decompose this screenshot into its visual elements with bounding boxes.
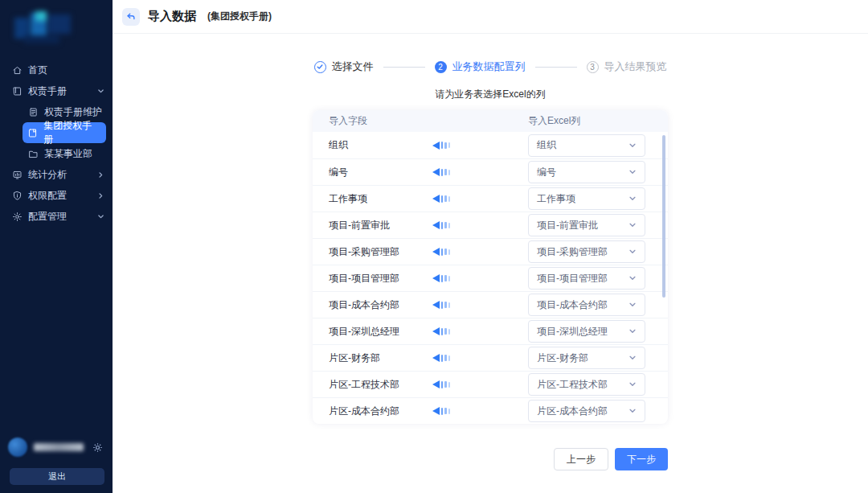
sidebar-item-label: 集团授权手册 — [43, 119, 98, 146]
step-label: 导入结果预览 — [604, 60, 667, 74]
mapping-row: 编号编号 — [313, 158, 668, 185]
sidebar-item-label: 某某事业部 — [44, 147, 92, 161]
sidebar-item[interactable]: 统计分析 — [0, 164, 113, 185]
mapping-arrow-icon — [417, 380, 465, 388]
import-field-label: 片区-财务部 — [313, 351, 417, 365]
scrollbar-thumb[interactable] — [662, 135, 665, 298]
hint-text: 请为业务表选择Excel的列 — [113, 88, 868, 101]
sidebar-item-label: 统计分析 — [28, 168, 67, 182]
app-root: 首页权责手册权责手册维护集团授权手册某某事业部统计分析权限配置配置管理 退出 导… — [0, 0, 868, 493]
user-row — [0, 436, 113, 458]
sidebar-item-label: 权责手册 — [28, 84, 67, 98]
import-field-label: 项目-深圳总经理 — [313, 325, 417, 339]
chevron-down-icon — [628, 248, 637, 256]
step-pending: 3导入结果预览 — [587, 60, 667, 74]
user-settings-gear-icon[interactable] — [92, 442, 103, 453]
excel-column-select[interactable]: 编号 — [528, 161, 645, 183]
mapping-arrow-icon — [417, 301, 465, 309]
mapping-arrow-icon — [417, 274, 465, 282]
excel-column-value: 片区-财务部 — [537, 351, 588, 365]
chevron-down-icon — [97, 213, 104, 220]
home-icon — [11, 64, 23, 76]
chevron-right-icon — [97, 171, 104, 179]
stepper: 选择文件2业务数据配置列3导入结果预览 — [113, 60, 868, 74]
step-label: 选择文件 — [332, 60, 374, 74]
next-step-button[interactable]: 下一步 — [615, 448, 668, 470]
excel-column-select[interactable]: 片区-工程技术部 — [528, 373, 645, 396]
logout-button[interactable]: 退出 — [10, 468, 104, 485]
excel-column-select[interactable]: 项目-深圳总经理 — [528, 320, 645, 343]
sidebar-item[interactable]: 配置管理 — [0, 206, 113, 227]
sidebar-item-label: 配置管理 — [28, 210, 67, 224]
excel-column-value: 项目-采购管理部 — [537, 245, 608, 259]
chevron-right-icon — [97, 192, 104, 199]
mapping-arrow-icon — [417, 168, 465, 176]
sidebar-nav: 首页权责手册权责手册维护集团授权手册某某事业部统计分析权限配置配置管理 — [0, 60, 113, 227]
table-body: 组织组织编号编号工作事项工作事项项目-前置审批项目-前置审批项目-采购管理部项目… — [313, 132, 668, 424]
excel-column-select[interactable]: 项目-前置审批 — [528, 214, 645, 236]
import-field-label: 项目-前置审批 — [313, 219, 417, 232]
excel-column-select[interactable]: 片区-财务部 — [528, 347, 645, 369]
sidebar-item-label: 权限配置 — [28, 189, 67, 203]
chevron-down-icon — [628, 195, 637, 203]
sidebar-item[interactable]: 首页 — [0, 60, 113, 80]
user-name — [34, 443, 84, 451]
doc-icon — [27, 106, 39, 117]
sidebar-item[interactable]: 集团授权手册 — [23, 122, 106, 143]
import-field-label: 组织 — [313, 138, 417, 152]
sidebar-item[interactable]: 权限配置 — [0, 185, 113, 206]
sidebar: 首页权责手册权责手册维护集团授权手册某某事业部统计分析权限配置配置管理 退出 — [0, 0, 113, 493]
page-header: 导入数据 (集团授权手册) — [113, 0, 868, 34]
excel-column-value: 工作事项 — [537, 192, 575, 206]
excel-column-value: 项目-前置审批 — [537, 219, 598, 232]
step-number: 2 — [435, 61, 447, 73]
table-header: 导入字段 导入Excel列 — [313, 110, 668, 132]
excel-column-value: 项目-深圳总经理 — [537, 325, 608, 339]
excel-column-select[interactable]: 项目-项目管理部 — [528, 267, 645, 290]
column-header-field: 导入字段 — [313, 114, 417, 128]
chevron-down-icon — [628, 407, 637, 415]
column-header-excel: 导入Excel列 — [528, 114, 580, 128]
excel-column-select[interactable]: 项目-成本合约部 — [528, 294, 645, 316]
sidebar-item[interactable]: 某某事业部 — [23, 143, 113, 164]
folder-icon — [27, 148, 39, 159]
step-number: 3 — [587, 61, 599, 73]
mapping-row: 项目-采购管理部项目-采购管理部 — [313, 238, 668, 265]
step-connector — [383, 67, 425, 68]
shield-icon — [11, 190, 23, 201]
footer-buttons: 上一步 下一步 — [313, 448, 668, 470]
excel-column-value: 片区-工程技术部 — [537, 378, 608, 392]
excel-column-select[interactable]: 工作事项 — [528, 187, 645, 210]
mapping-row: 项目-深圳总经理项目-深圳总经理 — [313, 318, 668, 344]
excel-column-select[interactable]: 片区-成本合约部 — [528, 400, 645, 422]
step-active: 2业务数据配置列 — [435, 60, 526, 74]
chevron-down-icon — [628, 221, 637, 229]
book-icon — [11, 85, 23, 97]
mapping-row: 工作事项工作事项 — [313, 185, 668, 212]
step-connector — [535, 67, 577, 68]
mapping-row: 片区-成本合约部片区-成本合约部 — [313, 397, 668, 424]
chevron-down-icon — [628, 168, 637, 176]
mapping-arrow-icon — [417, 142, 465, 150]
gear-icon — [11, 211, 23, 222]
step-done: 选择文件 — [314, 60, 374, 74]
excel-column-value: 项目-项目管理部 — [537, 272, 608, 286]
chevron-down-icon — [628, 380, 637, 388]
import-field-label: 项目-采购管理部 — [313, 245, 417, 259]
prev-step-button[interactable]: 上一步 — [554, 448, 608, 470]
excel-column-select[interactable]: 项目-采购管理部 — [528, 240, 645, 263]
page-title: 导入数据 — [148, 9, 196, 24]
chevron-down-icon — [628, 354, 637, 362]
mapping-arrow-icon — [417, 354, 465, 362]
chevron-down-icon — [628, 301, 637, 309]
sidebar-item[interactable]: 权责手册 — [0, 80, 113, 101]
mapping-arrow-icon — [417, 195, 465, 203]
mapping-row: 组织组织 — [313, 132, 668, 158]
mapping-arrow-icon — [417, 327, 465, 335]
mapping-table: 导入字段 导入Excel列 组织组织编号编号工作事项工作事项项目-前置审批项目-… — [313, 110, 668, 424]
excel-column-select[interactable]: 组织 — [528, 134, 645, 157]
undo-arrow-icon — [126, 12, 136, 22]
back-button[interactable] — [122, 8, 140, 26]
mapping-arrow-icon — [417, 407, 465, 415]
page-subtitle: (集团授权手册) — [207, 10, 272, 23]
